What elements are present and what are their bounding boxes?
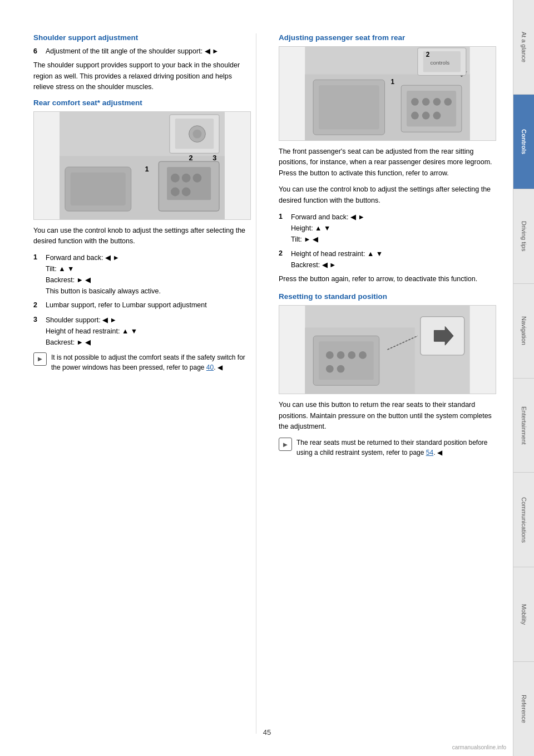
sidebar-tab-at-a-glance-label: At a glance	[521, 32, 527, 62]
svg-rect-21	[319, 85, 379, 129]
svg-point-29	[422, 112, 430, 120]
right-column: Adjusting passenger seat from rear	[273, 33, 496, 734]
shoulder-section: Shoulder support adjustment 6 Adjustment…	[33, 33, 251, 93]
svg-point-30	[433, 112, 441, 120]
shoulder-item-num: 6	[33, 46, 43, 57]
rear-item-1: 1 Forward and back: ◀ ► Tilt: ▲ ▼ Backre…	[33, 252, 251, 297]
passenger-item-2-content: Height of head restraint: ▲ ▼ Backrest: …	[291, 248, 496, 271]
resetting-title: Resetting to standard position	[279, 292, 496, 301]
svg-point-17	[193, 129, 202, 138]
sidebar-tab-driving-tips-label: Driving tips	[521, 221, 527, 251]
rear-item-2: 2 Lumbar support, refer to Lumbar suppor…	[33, 300, 251, 311]
svg-text:controls: controls	[431, 60, 450, 66]
svg-point-28	[411, 112, 419, 120]
passenger-item-1-num: 1	[279, 212, 289, 245]
rear-item-3-content: Shoulder support: ◀ ► Height of head res…	[46, 315, 251, 348]
passenger-title: Adjusting passenger seat from rear	[279, 33, 496, 42]
shoulder-item-6: 6 Adjustment of the tilt angle of the sh…	[33, 46, 251, 57]
page-container: Shoulder support adjustment 6 Adjustment…	[0, 0, 534, 756]
shoulder-title: Shoulder support adjustment	[33, 33, 251, 42]
rear-item-3-num: 3	[33, 315, 43, 348]
passenger-item-2: 2 Height of head restraint: ▲ ▼ Backrest…	[279, 248, 496, 271]
sidebar-tab-communications[interactable]: Communications	[513, 472, 534, 567]
shoulder-item-text: Adjustment of the tilt angle of the shou…	[46, 46, 251, 57]
rear-comfort-image: 1 2 3	[33, 111, 251, 220]
sidebar-tab-communications-label: Communications	[521, 497, 527, 543]
svg-point-9	[171, 187, 180, 196]
sidebar-tab-reference[interactable]: Reference	[513, 661, 534, 756]
sidebar-tab-entertainment[interactable]: Entertainment	[513, 378, 534, 473]
rear-comfort-body: You can use the control knob to adjust t…	[33, 225, 251, 247]
svg-rect-23	[407, 91, 456, 126]
sidebar-tab-mobility[interactable]: Mobility	[513, 567, 534, 661]
sidebar-tab-reference-label: Reference	[521, 695, 527, 723]
sidebar-tab-controls[interactable]: Controls	[513, 94, 534, 189]
svg-text:2: 2	[426, 51, 430, 58]
resetting-body: You can use this button to return the re…	[279, 400, 496, 432]
page-link-54[interactable]: 54	[426, 449, 433, 456]
svg-point-25	[422, 98, 430, 106]
svg-point-46	[337, 365, 345, 373]
rear-item-1-content: Forward and back: ◀ ► Tilt: ▲ ▼ Backrest…	[46, 252, 251, 297]
rear-item-1-num: 1	[33, 252, 43, 297]
svg-point-6	[171, 173, 180, 182]
svg-text:3: 3	[212, 154, 216, 162]
reset-note: ► The rear seats must be returned to the…	[279, 438, 496, 458]
note-text: It is not possible to adjust the comfort…	[51, 352, 251, 372]
svg-point-27	[444, 98, 452, 106]
page-number: 45	[263, 728, 271, 737]
svg-point-24	[411, 98, 419, 106]
svg-point-41	[326, 351, 334, 359]
svg-text:2: 2	[189, 154, 193, 162]
sidebar-tab-controls-label: Controls	[521, 129, 527, 154]
svg-point-10	[182, 187, 191, 196]
svg-text:1: 1	[145, 164, 149, 173]
main-content: Shoulder support adjustment 6 Adjustment…	[0, 0, 513, 756]
svg-point-44	[359, 351, 367, 359]
sidebar-tab-navigation[interactable]: Navigation	[513, 283, 534, 378]
reset-note-text: The rear seats must be returned to their…	[296, 438, 496, 458]
passenger-item-2-num: 2	[279, 248, 289, 271]
sidebar-tab-navigation-label: Navigation	[521, 316, 527, 345]
rear-comfort-title: Rear comfort seat* adjustment	[33, 99, 251, 107]
note-icon: ►	[33, 352, 47, 366]
rear-item-3: 3 Shoulder support: ◀ ► Height of head r…	[33, 315, 251, 348]
passenger-body3: Press the button again, refer to arrow, …	[279, 274, 496, 284]
sidebar: At a glance Controls Driving tips Naviga…	[513, 0, 534, 756]
watermark: carmanualsonline.info	[452, 744, 506, 750]
svg-point-26	[433, 98, 441, 106]
shoulder-body-text: The shoulder support provides support to…	[33, 60, 251, 92]
column-divider	[256, 33, 256, 734]
passenger-image: controls 2 1	[279, 46, 496, 141]
sidebar-tab-driving-tips[interactable]: Driving tips	[513, 189, 534, 283]
passenger-item-1: 1 Forward and back: ◀ ► Height: ▲ ▼ Tilt…	[279, 212, 496, 245]
svg-point-7	[182, 173, 191, 182]
left-column: Shoulder support adjustment 6 Adjustment…	[33, 33, 256, 734]
svg-point-8	[193, 173, 202, 182]
rear-item-2-content: Lumbar support, refer to Lumbar support …	[46, 300, 251, 311]
passenger-body1: The front passenger's seat can be adjust…	[279, 146, 496, 179]
svg-point-42	[337, 351, 345, 359]
svg-text:1: 1	[390, 78, 394, 86]
svg-rect-3	[71, 172, 126, 205]
sidebar-tab-mobility-label: Mobility	[521, 604, 527, 625]
page-link-40[interactable]: 40	[206, 364, 214, 371]
reset-note-icon: ►	[279, 438, 292, 451]
two-column-layout: Shoulder support adjustment 6 Adjustment…	[33, 33, 496, 734]
reset-image	[279, 305, 496, 394]
passenger-body2: You can use the control knob to adjust t…	[279, 184, 496, 206]
svg-point-45	[326, 365, 334, 373]
sidebar-tab-entertainment-label: Entertainment	[521, 406, 527, 444]
sidebar-tab-at-a-glance[interactable]: At a glance	[513, 0, 534, 94]
rear-comfort-note: ► It is not possible to adjust the comfo…	[33, 352, 251, 372]
rear-item-2-num: 2	[33, 300, 43, 311]
svg-rect-40	[319, 341, 374, 380]
passenger-item-1-content: Forward and back: ◀ ► Height: ▲ ▼ Tilt: …	[291, 212, 496, 245]
svg-point-43	[348, 351, 355, 359]
